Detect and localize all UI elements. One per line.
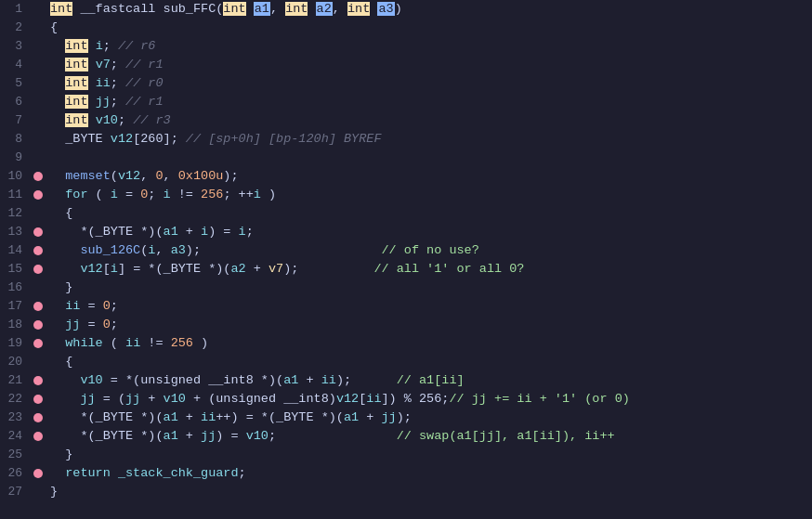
code-line-17: 17 ii = 0;: [0, 297, 812, 316]
line-num-3: 3: [0, 37, 30, 56]
line-num-23: 23: [0, 409, 30, 427]
breakpoint-23: [30, 413, 46, 422]
line-num-8: 8: [0, 130, 30, 149]
breakpoint-dot-19: [33, 339, 43, 348]
code-line-8: 8 _BYTE v12[260]; // [sp+0h] [bp-120h] B…: [0, 130, 812, 149]
line-content-22: jj = (jj + v10 + (unsigned __int8)v12[ii…: [46, 390, 812, 409]
code-line-22: 22 jj = (jj + v10 + (unsigned __int8)v12…: [0, 390, 812, 409]
breakpoint-dot-14: [33, 246, 43, 255]
line-content-5: int ii; // r0: [46, 74, 812, 93]
line-content-13: *(_BYTE *)(a1 + i) = i;: [46, 223, 812, 241]
breakpoint-10: [30, 172, 46, 181]
code-line-7: 7 int v10; // r3: [0, 111, 812, 130]
line-content-19: while ( ii != 256 ): [46, 334, 812, 353]
line-content-20: {: [46, 353, 812, 371]
line-content-4: int v7; // r1: [46, 56, 812, 74]
line-num-15: 15: [0, 260, 30, 279]
code-line-20: 20 {: [0, 353, 812, 371]
code-line-21: 21 v10 = *(unsigned __int8 *)(a1 + ii); …: [0, 371, 812, 390]
breakpoint-24: [30, 432, 46, 441]
code-line-19: 19 while ( ii != 256 ): [0, 334, 812, 353]
breakpoint-22: [30, 395, 46, 404]
line-num-4: 4: [0, 56, 30, 74]
breakpoint-17: [30, 302, 46, 311]
breakpoint-15: [30, 265, 46, 274]
line-num-10: 10: [0, 167, 30, 186]
code-line-4: 4 int v7; // r1: [0, 56, 812, 74]
line-content-2: {: [46, 19, 812, 37]
breakpoint-dot-18: [33, 320, 43, 330]
line-content-1: int __fastcall sub_FFC(int a1, int a2, i…: [46, 0, 812, 19]
code-line-13: 13 *(_BYTE *)(a1 + i) = i;: [0, 223, 812, 241]
line-num-5: 5: [0, 74, 30, 93]
code-line-11: 11 for ( i = 0; i != 256; ++i ): [0, 186, 812, 204]
line-num-19: 19: [0, 334, 30, 353]
code-line-2: 2 {: [0, 19, 812, 37]
breakpoint-dot-21: [33, 376, 43, 385]
code-line-15: 15 v12[i] = *(_BYTE *)(a2 + v7); // all …: [0, 260, 812, 279]
code-line-12: 12 {: [0, 204, 812, 223]
line-num-12: 12: [0, 204, 30, 223]
code-line-27: 27 }: [0, 483, 812, 501]
code-line-18: 18 jj = 0;: [0, 316, 812, 334]
line-num-1: 1: [0, 0, 30, 19]
line-num-9: 9: [0, 149, 30, 167]
line-num-6: 6: [0, 93, 30, 111]
line-content-21: v10 = *(unsigned __int8 *)(a1 + ii); // …: [46, 371, 812, 390]
breakpoint-dot-17: [33, 302, 43, 311]
line-num-22: 22: [0, 390, 30, 409]
line-num-18: 18: [0, 316, 30, 334]
code-line-10: 10 memset(v12, 0, 0x100u);: [0, 167, 812, 186]
line-num-21: 21: [0, 371, 30, 390]
code-line-26: 26 return _stack_chk_guard;: [0, 464, 812, 483]
breakpoint-13: [30, 227, 46, 237]
line-num-16: 16: [0, 279, 30, 297]
line-content-23: *(_BYTE *)(a1 + ii++) = *(_BYTE *)(a1 + …: [46, 409, 812, 427]
line-content-14: sub_126C(i, a3); // of no use?: [46, 241, 812, 260]
breakpoint-dot-15: [33, 265, 43, 274]
breakpoint-dot-11: [33, 190, 43, 200]
line-num-2: 2: [0, 19, 30, 37]
line-num-27: 27: [0, 483, 30, 501]
code-line-3: 3 int i; // r6: [0, 37, 812, 56]
line-content-16: }: [46, 279, 812, 297]
breakpoint-19: [30, 339, 46, 348]
line-content-17: ii = 0;: [46, 297, 812, 316]
line-num-26: 26: [0, 464, 30, 483]
breakpoint-14: [30, 246, 46, 255]
line-num-24: 24: [0, 427, 30, 446]
line-content-25: }: [46, 446, 812, 464]
line-content-3: int i; // r6: [46, 37, 812, 56]
line-num-25: 25: [0, 446, 30, 464]
code-line-6: 6 int jj; // r1: [0, 93, 812, 111]
line-num-13: 13: [0, 223, 30, 241]
breakpoint-18: [30, 320, 46, 330]
breakpoint-dot-13: [33, 227, 43, 237]
line-content-11: for ( i = 0; i != 256; ++i ): [46, 186, 812, 204]
line-num-11: 11: [0, 186, 30, 204]
code-line-14: 14 sub_126C(i, a3); // of no use?: [0, 241, 812, 260]
breakpoint-21: [30, 376, 46, 385]
breakpoint-dot-24: [33, 432, 43, 441]
line-content-18: jj = 0;: [46, 316, 812, 334]
breakpoint-dot-26: [33, 469, 43, 478]
line-content-7: int v10; // r3: [46, 111, 812, 130]
line-content-27: }: [46, 483, 812, 501]
line-num-7: 7: [0, 111, 30, 130]
line-num-20: 20: [0, 353, 30, 371]
line-content-26: return _stack_chk_guard;: [46, 464, 812, 483]
code-view: 1 int __fastcall sub_FFC(int a1, int a2,…: [0, 0, 812, 519]
line-content-10: memset(v12, 0, 0x100u);: [46, 167, 812, 186]
code-line-24: 24 *(_BYTE *)(a1 + jj) = v10; // swap(a1…: [0, 427, 812, 446]
breakpoint-dot-22: [33, 395, 43, 404]
line-content-15: v12[i] = *(_BYTE *)(a2 + v7); // all '1'…: [46, 260, 812, 279]
line-content-6: int jj; // r1: [46, 93, 812, 111]
line-content-12: {: [46, 204, 812, 223]
code-line-9: 9: [0, 149, 812, 167]
line-content-8: _BYTE v12[260]; // [sp+0h] [bp-120h] BYR…: [46, 130, 812, 149]
line-num-17: 17: [0, 297, 30, 316]
code-line-16: 16 }: [0, 279, 812, 297]
line-num-14: 14: [0, 241, 30, 260]
breakpoint-dot-10: [33, 172, 43, 181]
code-line-5: 5 int ii; // r0: [0, 74, 812, 93]
